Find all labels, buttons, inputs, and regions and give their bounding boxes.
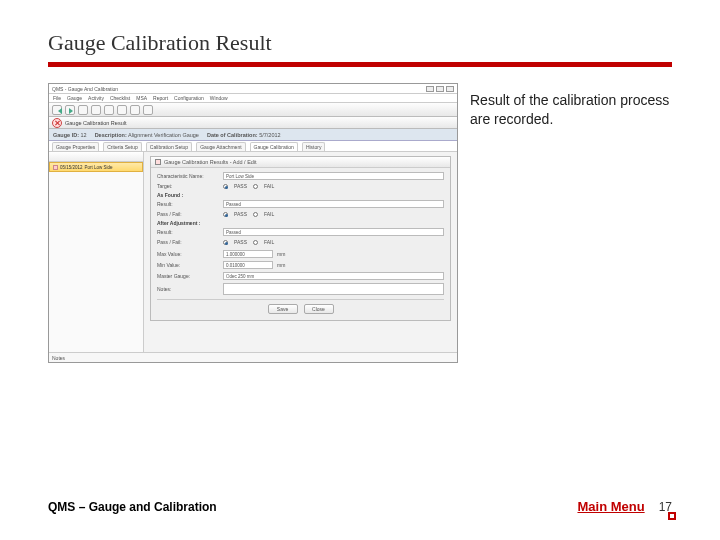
- toolbar-icon[interactable]: [130, 105, 140, 115]
- dialog-title: Gauge Calibration Results - Add / Edit: [164, 159, 257, 165]
- notes-input[interactable]: [223, 283, 444, 295]
- toolbar-icon[interactable]: [117, 105, 127, 115]
- close-window-icon[interactable]: [446, 86, 454, 92]
- dialog-header-icon: [155, 159, 161, 165]
- nav-forward-icon[interactable]: [65, 105, 75, 115]
- toolbar-icon[interactable]: [91, 105, 101, 115]
- asfound-pass-radio[interactable]: [223, 212, 228, 217]
- menu-activity[interactable]: Activity: [88, 95, 104, 101]
- afteradj-pass-radio[interactable]: [223, 240, 228, 245]
- menu-file[interactable]: File: [53, 95, 61, 101]
- calibration-result-dialog: Gauge Calibration Results - Add / Edit C…: [150, 156, 451, 321]
- tab-gauge-calibration[interactable]: Gauge Calibration: [250, 142, 298, 151]
- menu-gauge[interactable]: Gauge: [67, 95, 82, 101]
- minvalue-input[interactable]: 0.010000: [223, 261, 273, 269]
- fail-opt-label: FAIL: [264, 239, 274, 245]
- target-pass-radio[interactable]: [223, 184, 228, 189]
- passfail2-label: Pass / Fail:: [157, 239, 219, 245]
- app-toolbar-2: Gauge Calibration Result: [49, 117, 457, 129]
- slide-footer: QMS – Gauge and Calibration Main Menu 17: [48, 499, 672, 514]
- left-panel-header: [49, 152, 143, 162]
- close-tab-icon[interactable]: [52, 118, 62, 128]
- row-date: 05/15/2012: [60, 165, 83, 170]
- mastergauge-input[interactable]: Odec 250 mm: [223, 272, 444, 280]
- target-fail-radio[interactable]: [253, 184, 258, 189]
- pass-opt-label: PASS: [234, 183, 247, 189]
- desc-label: Description:: [95, 132, 127, 138]
- gauge-id-value: 12: [81, 132, 87, 138]
- slide-title: Gauge Calibration Result: [48, 30, 672, 67]
- target-label: Target:: [157, 183, 219, 189]
- app-infobar: Gauge ID: 12 Description: Alignment Veri…: [49, 129, 457, 141]
- toolbar-icon[interactable]: [78, 105, 88, 115]
- app-toolbar: [49, 103, 457, 117]
- menu-msa[interactable]: MSA: [136, 95, 147, 101]
- minvalue-label: Min Value:: [157, 262, 219, 268]
- menu-window[interactable]: Window: [210, 95, 228, 101]
- minimize-icon[interactable]: [426, 86, 434, 92]
- afteradj-fail-radio[interactable]: [253, 240, 258, 245]
- notes-footer: Notes: [49, 352, 457, 362]
- maxvalue-label: Max Value:: [157, 251, 219, 257]
- fail-opt-label: FAIL: [264, 183, 274, 189]
- slide-caption: Result of the calibration process are re…: [470, 83, 672, 129]
- corner-square-icon: [668, 512, 676, 520]
- menu-report[interactable]: Report: [153, 95, 168, 101]
- afteradj-section: After Adjustment :: [157, 220, 444, 226]
- tab-history[interactable]: History: [302, 142, 326, 151]
- result-input[interactable]: Passed: [223, 200, 444, 208]
- tab-criteria-setup[interactable]: Criteria Setup: [103, 142, 142, 151]
- asfound-fail-radio[interactable]: [253, 212, 258, 217]
- app-tabs: Gauge Properties Criteria Setup Calibrat…: [49, 141, 457, 152]
- left-panel: 05/15/2012 Port Low Side: [49, 152, 144, 352]
- row-name: Port Low Side: [85, 165, 113, 170]
- app-window-title: QMS - Gauge And Calibration: [52, 86, 118, 92]
- app-window: QMS - Gauge And Calibration File Gauge A…: [48, 83, 458, 363]
- footer-left: QMS – Gauge and Calibration: [48, 500, 217, 514]
- tab-gauge-properties[interactable]: Gauge Properties: [52, 142, 99, 151]
- notes-label: Notes:: [157, 286, 219, 292]
- result2-input[interactable]: Passed: [223, 228, 444, 236]
- tab-calibration-setup[interactable]: Calibration Setup: [146, 142, 192, 151]
- menu-configuration[interactable]: Configuration: [174, 95, 204, 101]
- row-marker-icon: [53, 165, 58, 170]
- maximize-icon[interactable]: [436, 86, 444, 92]
- result2-label: Result:: [157, 229, 219, 235]
- cal-date-label: Date of Calibration:: [207, 132, 258, 138]
- char-name-label: Characteristic Name:: [157, 173, 219, 179]
- cal-date-value: 5/7/2012: [259, 132, 280, 138]
- menu-checklist[interactable]: Checklist: [110, 95, 130, 101]
- close-button[interactable]: Close: [304, 304, 334, 314]
- toolbar-icon[interactable]: [104, 105, 114, 115]
- pass-opt-label: PASS: [234, 211, 247, 217]
- panel-label: Gauge Calibration Result: [65, 120, 126, 126]
- desc-value: Alignment Verification Gauge: [128, 132, 199, 138]
- passfail-label: Pass / Fail:: [157, 211, 219, 217]
- mastergauge-label: Master Gauge:: [157, 273, 219, 279]
- minvalue-unit: mm: [277, 262, 285, 268]
- gauge-id-label: Gauge ID:: [53, 132, 79, 138]
- asfound-section: As Found :: [157, 192, 444, 198]
- app-menubar: File Gauge Activity Checklist MSA Report…: [49, 94, 457, 103]
- app-titlebar: QMS - Gauge And Calibration: [49, 84, 457, 94]
- pass-opt-label: PASS: [234, 239, 247, 245]
- toolbar-icon[interactable]: [143, 105, 153, 115]
- maxvalue-unit: mm: [277, 251, 285, 257]
- dialog-titlebar: Gauge Calibration Results - Add / Edit: [151, 157, 450, 168]
- char-name-input[interactable]: Port Low Side: [223, 172, 444, 180]
- maxvalue-input[interactable]: 1.000000: [223, 250, 273, 258]
- nav-back-icon[interactable]: [52, 105, 62, 115]
- list-item[interactable]: 05/15/2012 Port Low Side: [49, 162, 143, 172]
- result-label: Result:: [157, 201, 219, 207]
- tab-gauge-attachment[interactable]: Gauge Attachment: [196, 142, 245, 151]
- save-button[interactable]: Save: [268, 304, 298, 314]
- fail-opt-label: FAIL: [264, 211, 274, 217]
- main-menu-link[interactable]: Main Menu: [577, 499, 644, 514]
